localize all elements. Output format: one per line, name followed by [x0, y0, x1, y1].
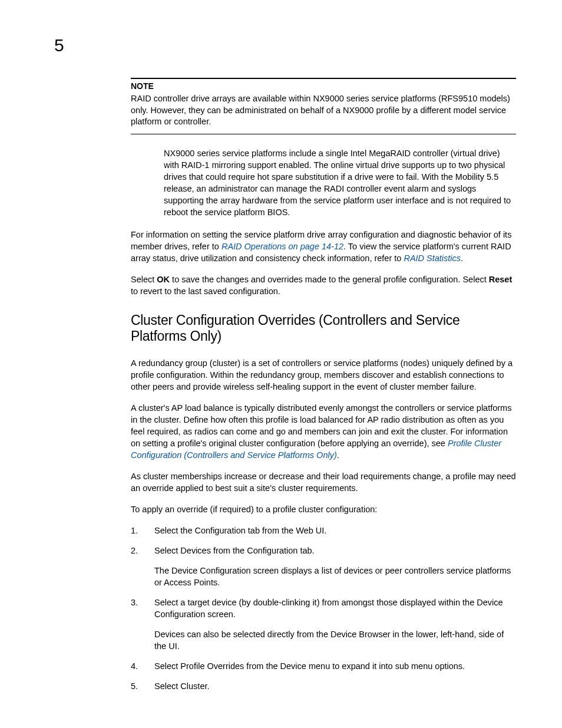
step-5: Select Cluster.: [131, 680, 516, 692]
text: from the Device menu to expand it into s…: [244, 661, 465, 671]
bold-reset: Reset: [489, 275, 513, 284]
content-column: NOTE RAID controller drive arrays are av…: [131, 78, 516, 700]
text: to revert to the last saved configuratio…: [131, 286, 280, 296]
step-2-sub: The Device Configuration screen displays…: [154, 565, 516, 588]
step-3-sub: Devices can also be selected directly fr…: [154, 628, 516, 652]
text: Select: [154, 546, 180, 555]
page: 5 NOTE RAID controller drive arrays are …: [0, 0, 562, 728]
page-number: 5: [54, 35, 64, 55]
text: tab from the Web UI.: [246, 526, 327, 535]
bold-ok: OK: [157, 275, 170, 284]
note-rule-top: [131, 78, 516, 79]
cluster-paragraph-3: As cluster memberships increase or decre…: [131, 470, 516, 494]
note-body: RAID controller drive arrays are availab…: [131, 93, 516, 128]
text: .: [207, 681, 209, 691]
text: Select: [154, 681, 180, 691]
text: Select: [154, 661, 180, 671]
text: from the Configuration tab.: [211, 546, 315, 555]
link-raid-statistics[interactable]: RAID Statistics: [404, 253, 461, 263]
note-rule-bottom: [131, 134, 516, 134]
steps-list: Select the Configuration tab from the We…: [131, 525, 516, 692]
text: to save the changes and overrides made t…: [170, 275, 489, 284]
bold-devices: Devices: [180, 546, 211, 555]
bold-profile-overrides: Profile Overrides: [180, 661, 244, 671]
bold-configuration: Configuration: [195, 526, 246, 535]
step-2: Select Devices from the Configuration ta…: [131, 545, 516, 588]
text: .: [337, 450, 339, 460]
cluster-paragraph-1: A redundancy group (cluster) is a set of…: [131, 357, 516, 393]
step-3: Select a target device (by double-clinki…: [131, 597, 516, 652]
link-raid-operations[interactable]: RAID Operations on page 14-12: [222, 242, 343, 251]
cluster-paragraph-2: A cluster's AP load balance is typically…: [131, 402, 516, 461]
indented-paragraph: NX9000 series service platforms include …: [164, 147, 516, 218]
text: Select the: [154, 526, 195, 535]
text: Select: [131, 275, 157, 284]
bold-cluster: Cluster: [180, 681, 207, 691]
cluster-paragraph-4: To apply an override (if required) to a …: [131, 503, 516, 515]
text: Select a target device (by double-clinki…: [154, 598, 503, 619]
note-label: NOTE: [131, 81, 516, 91]
step-4: Select Profile Overrides from the Device…: [131, 660, 516, 672]
text: .: [461, 253, 463, 263]
paragraph-raid-info: For information on setting the service p…: [131, 229, 516, 264]
paragraph-ok-reset: Select OK to save the changes and overri…: [131, 274, 516, 297]
section-heading: Cluster Configuration Overrides (Control…: [131, 312, 516, 344]
step-1: Select the Configuration tab from the We…: [131, 525, 516, 536]
